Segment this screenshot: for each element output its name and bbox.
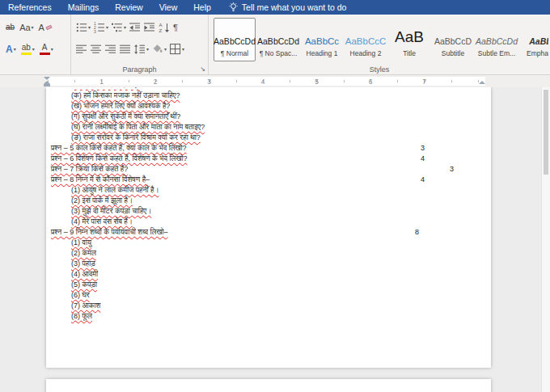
menu-tab-mailings[interactable]: Mailings xyxy=(60,0,108,15)
multilevel-list-icon xyxy=(112,22,123,33)
menu-tab-references[interactable]: References xyxy=(0,0,60,15)
highlight-icon: ab xyxy=(21,44,32,55)
style-subtle-em[interactable]: AaBbCcDdSubtle Em... xyxy=(476,18,518,61)
line-text: (7) आकाश xyxy=(71,301,100,310)
styles-group: AaBbCcDd¶ NormalAaBbCcDd¶ No Spac...AaBb… xyxy=(209,15,550,74)
style-normal[interactable]: AaBbCcDd¶ Normal xyxy=(214,18,256,61)
document-line[interactable]: प्रश्न – 6 विशेषण किसे कहते हैं, विशेषण … xyxy=(46,154,491,164)
increase-indent-button[interactable] xyxy=(142,21,157,34)
menu-tab-help[interactable]: Help xyxy=(185,0,219,15)
style-subtitle[interactable]: AaBbCcDSubtitle xyxy=(432,18,474,61)
scrollbar-thumb[interactable] xyxy=(544,90,548,175)
decrease-indent-button[interactable] xyxy=(128,21,142,34)
style-no-spac[interactable]: AaBbCcDd¶ No Spac... xyxy=(257,18,299,61)
document-line[interactable]: (ख) भोजन हमारे लिए क्यों आवश्यक है? xyxy=(46,101,491,112)
document-line[interactable]: (घ) रानी लक्ष्मीबाई के पिता और माता का न… xyxy=(46,122,491,133)
show-paragraph-marks-button[interactable]: ¶ xyxy=(171,22,180,33)
document-line[interactable]: प्रश्न – 9 निम्न शब्दों के पर्यायवाची शब… xyxy=(46,227,491,238)
style-empha[interactable]: AaBbEmpha... xyxy=(519,18,548,61)
style-title[interactable]: AaBTitle xyxy=(388,18,430,61)
ruler[interactable]: 1234567 xyxy=(0,75,550,87)
marks-value: 4 xyxy=(421,154,425,164)
line-text: प्रश्न – 7 क्रिया किसे कहते हैं? xyxy=(51,165,128,173)
document-line[interactable]: प्रश्न – 7 क्रिया किसे कहते हैं?3 xyxy=(46,164,491,175)
borders-button[interactable]: ▾ xyxy=(168,43,186,56)
style-preview: AaBb xyxy=(529,36,548,46)
document-line[interactable]: (क) हमें किसका मजाक नहीं उड़ाना चाहिए? xyxy=(46,91,491,101)
menu-tab-review[interactable]: Review xyxy=(107,0,150,15)
ruler-number: 6 xyxy=(366,78,375,86)
document-line[interactable]: (1) आयुष ने लाल कमीज पहनी है। xyxy=(46,185,491,196)
numbering-button[interactable]: 1 2 3 ▾ xyxy=(92,21,110,34)
chevron-down-icon: ▾ xyxy=(182,47,184,52)
bullets-icon xyxy=(76,22,87,33)
line-text: प्रश्न – 9 निम्न शब्दों के पर्यायवाची शब… xyxy=(51,228,168,236)
line-text: (2) इस पार्क में झूला है। xyxy=(71,196,133,204)
highlight-color-button[interactable]: ab ▾ xyxy=(19,43,37,56)
align-center-button[interactable] xyxy=(89,43,104,56)
style-name: Title xyxy=(403,49,416,57)
menu-tab-view[interactable]: View xyxy=(151,0,186,15)
document-line[interactable]: (3) पहाड़ xyxy=(46,259,491,269)
line-text: (3) पहाड़ xyxy=(71,259,95,268)
line-text: (ख) भोजन हमारे लिए क्यों आवश्यक है? xyxy=(71,102,170,110)
document-line[interactable]: (2) इस पार्क में झूला है। xyxy=(46,196,491,206)
style-heading-2[interactable]: AaBbCcCHeading 2 xyxy=(345,18,387,61)
style-preview: AaBbCcDd xyxy=(257,36,299,46)
align-right-button[interactable] xyxy=(104,43,118,56)
chevron-down-icon: ▾ xyxy=(51,47,53,52)
numbering-icon: 1 2 3 xyxy=(94,22,105,33)
font-group: ab Aa ▾ A A ▾ ab ▾ xyxy=(0,15,71,74)
document-line[interactable]: प्रश्न – 5 काल किसे कहते हैं, क्या काल क… xyxy=(46,143,491,154)
shading-button[interactable]: ▾ xyxy=(150,43,168,56)
right-indent-marker[interactable] xyxy=(479,81,485,84)
document-line[interactable]: (6) घर xyxy=(46,290,491,301)
document-line[interactable]: (7) आकाश xyxy=(46,301,491,311)
line-spacing-button[interactable]: ▾ xyxy=(133,43,150,56)
clear-formatting-button[interactable]: A xyxy=(36,22,54,33)
ruler-number: 4 xyxy=(258,78,268,86)
styles-gallery: AaBbCcDd¶ NormalAaBbCcDd¶ No Spac...AaBb… xyxy=(210,16,548,63)
style-name: Subtle Em... xyxy=(478,49,515,57)
page-2[interactable] xyxy=(46,379,491,392)
line-text: (1) वायु xyxy=(71,238,91,247)
paragraph-dialog-launcher-icon[interactable]: ↘ xyxy=(200,65,205,73)
document-line[interactable]: (4) आदमी xyxy=(46,269,491,280)
document-line[interactable]: (2) कमल xyxy=(46,248,491,259)
style-heading-1[interactable]: AaBbCcHeading 1 xyxy=(301,18,343,61)
justify-button[interactable] xyxy=(118,43,133,56)
page-1[interactable]: निम्न प्रश्नों के उत्तर दीजिए–(क) हमें क… xyxy=(46,87,491,368)
ribbon: ab Aa ▾ A A ▾ ab ▾ xyxy=(0,15,550,75)
marks-value: 3 xyxy=(421,143,425,154)
svg-text:3: 3 xyxy=(94,29,96,32)
left-indent-marker[interactable] xyxy=(44,84,50,86)
first-line-indent-marker[interactable] xyxy=(44,77,50,80)
style-name: Heading 2 xyxy=(350,49,382,57)
font-color-button[interactable]: A ▾ xyxy=(37,43,56,56)
document-line[interactable]: (8) फूल xyxy=(46,311,491,322)
document-line[interactable]: (3) मुझे दो मीटर कपड़ा चाहिए। xyxy=(46,206,491,217)
marks-value: 3 xyxy=(450,164,454,175)
sort-button[interactable]: A Z xyxy=(157,21,171,34)
bullets-button[interactable]: ▾ xyxy=(74,21,92,34)
tell-me-box[interactable]: Tell me what you want to do xyxy=(229,2,347,13)
text-effects-button[interactable]: A ▾ xyxy=(3,43,19,56)
vertical-scrollbar[interactable] xyxy=(541,87,550,392)
document-line[interactable]: (ग) सुपक्षी और सुकंठी में क्या समानताएँ … xyxy=(46,112,491,122)
document-line[interactable]: (1) वायु xyxy=(46,238,491,248)
chevron-down-icon: ▾ xyxy=(124,25,126,30)
document-line[interactable]: प्रश्न – 8 निम्न में से कौनसा विशेषण है–… xyxy=(46,175,491,185)
ruler-number: 7 xyxy=(420,78,429,86)
strikethrough-button[interactable]: ab xyxy=(3,22,17,32)
style-name: ¶ No Spac... xyxy=(260,49,298,57)
align-left-button[interactable] xyxy=(74,43,89,56)
line-text: प्रश्न – 6 विशेषण किसे कहते हैं, विशेषण … xyxy=(51,154,188,162)
document-line[interactable]: (5) कपड़ा xyxy=(46,280,491,290)
style-preview: AaBbCcDd xyxy=(476,36,518,46)
document-line[interactable]: (ङ) राजा सरोवर के किनारे विश्राम क्यों क… xyxy=(46,133,491,143)
marks-value: 4 xyxy=(421,175,425,185)
document-line[interactable]: (4) मेरे पास दस सेब हैं। xyxy=(46,217,491,227)
pilcrow-icon: ¶ xyxy=(173,23,178,32)
change-case-button[interactable]: Aa ▾ xyxy=(17,22,36,33)
multilevel-list-button[interactable]: ▾ xyxy=(110,21,128,34)
